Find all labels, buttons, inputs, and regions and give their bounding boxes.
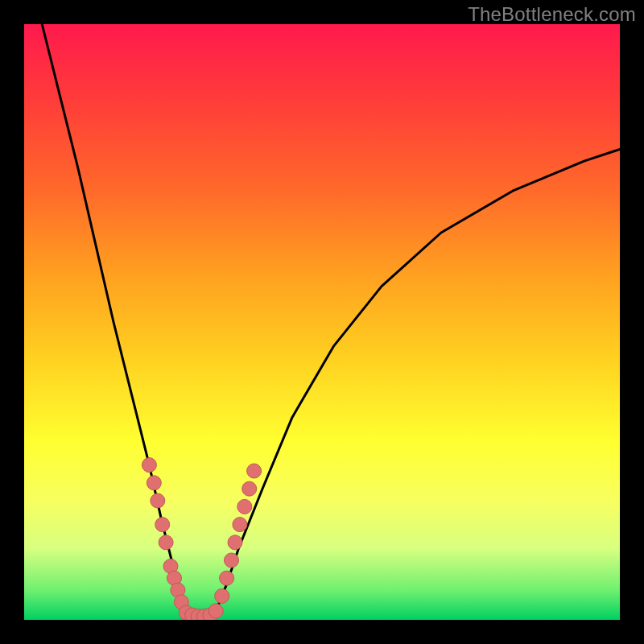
- data-marker: [151, 493, 165, 508]
- data-marker: [247, 464, 262, 478]
- data-marker: [159, 535, 173, 550]
- data-marker: [220, 571, 234, 585]
- chart-frame: TheBottleneck.com: [0, 0, 644, 644]
- data-marker: [147, 476, 161, 490]
- data-marker: [228, 535, 242, 550]
- data-marker: [142, 458, 156, 473]
- data-marker: [208, 604, 223, 618]
- data-marker: [237, 499, 252, 514]
- plot-area: [24, 24, 620, 620]
- data-marker: [215, 588, 229, 603]
- v-curve: [42, 24, 620, 617]
- curve-layer: [24, 24, 620, 620]
- data-marker: [225, 553, 239, 568]
- data-marker: [242, 481, 257, 496]
- watermark-text: TheBottleneck.com: [468, 3, 636, 26]
- data-marker: [155, 518, 170, 532]
- data-marker: [233, 518, 247, 532]
